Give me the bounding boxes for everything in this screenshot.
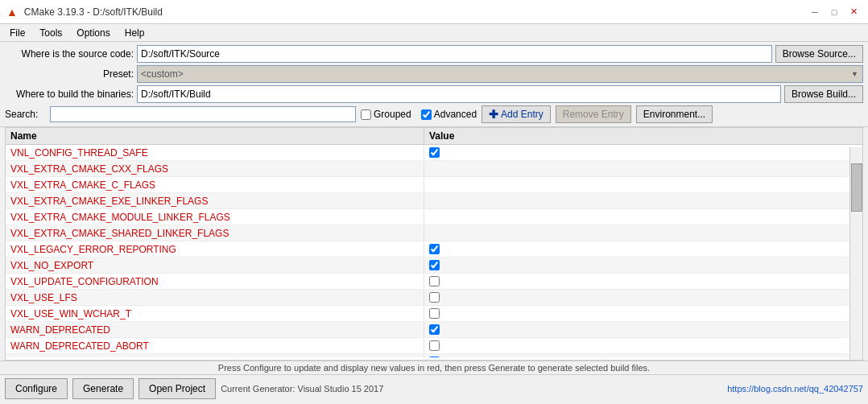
search-label: Search: [5, 109, 45, 120]
row-name[interactable]: VXL_EXTRA_CMAKE_C_FLAGS [6, 178, 424, 192]
scrollbar-thumb[interactable] [851, 163, 862, 212]
row-name[interactable]: VXL_UPDATE_CONFIGURATION [6, 274, 424, 289]
row-name[interactable]: WARN_DEPRECATED_ONCE [6, 355, 424, 358]
build-row: Where to build the binaries: Browse Buil… [5, 85, 863, 103]
menu-file[interactable]: File [3, 26, 31, 40]
row-checkbox[interactable] [429, 276, 440, 287]
add-entry-label: Add Entry [501, 109, 544, 120]
table-row: VXL_USE_LFS [6, 290, 862, 306]
row-checkbox[interactable] [429, 260, 440, 270]
table-row: VXL_NO_EXPORT [6, 258, 862, 274]
build-label: Where to build the binaries: [5, 89, 134, 100]
table-row: VXL_EXTRA_CMAKE_CXX_FLAGS [6, 161, 862, 177]
advanced-label: Advanced [434, 109, 477, 120]
row-checkbox[interactable] [429, 340, 440, 351]
row-name[interactable]: VXL_USE_WIN_WCHAR_T [6, 307, 424, 321]
row-name[interactable]: VXL_LEGACY_ERROR_REPORTING [6, 242, 424, 257]
table-row: VXL_UPDATE_CONFIGURATION [6, 274, 862, 290]
table-row: VXL_EXTRA_CMAKE_MODULE_LINKER_FLAGS [6, 209, 862, 225]
row-checkbox[interactable] [429, 357, 440, 357]
row-value [424, 242, 862, 256]
main-table-area: Name Value VNL_CONFIG_THREAD_SAFEVXL_EXT… [5, 127, 863, 361]
grouped-label: Grouped [374, 109, 411, 120]
advanced-checkbox[interactable] [421, 109, 432, 120]
maximize-button[interactable]: □ [826, 6, 842, 19]
row-value [424, 291, 862, 304]
window-title: CMake 3.19.3 - D:/soft/ITK/Build [24, 6, 800, 18]
row-name[interactable]: VXL_USE_LFS [6, 291, 424, 305]
source-row: Where is the source code: Browse Source.… [5, 45, 863, 63]
menu-tools[interactable]: Tools [33, 26, 68, 40]
col-value-header: Value [424, 128, 862, 144]
row-value [424, 274, 862, 288]
remove-entry-button[interactable]: Remove Entry [556, 105, 631, 123]
status-bar: Press Configure to update and display ne… [0, 361, 868, 374]
generator-text: Current Generator: Visual Studio 15 2017 [221, 384, 722, 394]
browse-source-button[interactable]: Browse Source... [775, 45, 863, 63]
row-value [424, 323, 862, 336]
row-name[interactable]: VNL_CONFIG_THREAD_SAFE [6, 146, 424, 160]
advanced-checkbox-label[interactable]: Advanced [421, 109, 477, 120]
row-checkbox[interactable] [429, 308, 440, 319]
window-controls: ─ □ ✕ [807, 6, 862, 19]
menu-help[interactable]: Help [118, 26, 151, 40]
table-row: VXL_EXTRA_CMAKE_C_FLAGS [6, 177, 862, 193]
search-input[interactable] [50, 106, 356, 122]
table-header: Name Value [6, 128, 862, 145]
table-row: WARN_DEPRECATED_ONCE [6, 354, 862, 357]
open-project-button[interactable]: Open Project [138, 378, 216, 399]
row-value [424, 200, 862, 203]
row-name[interactable]: VXL_EXTRA_CMAKE_MODULE_LINKER_FLAGS [6, 210, 424, 225]
table-row: VXL_EXTRA_CMAKE_EXE_LINKER_FLAGS [6, 193, 862, 209]
table-body: VNL_CONFIG_THREAD_SAFEVXL_EXTRA_CMAKE_CX… [6, 145, 862, 357]
app-icon: ▲ [6, 6, 18, 19]
menu-options[interactable]: Options [70, 26, 116, 40]
row-value [424, 167, 862, 171]
url-link[interactable]: https://blog.csdn.net/qq_42042757 [727, 384, 863, 394]
table-row: VXL_LEGACY_ERROR_REPORTING [6, 241, 862, 258]
menu-bar: File Tools Options Help [0, 24, 868, 42]
table-row: WARN_DEPRECATED [6, 322, 862, 338]
title-bar: ▲ CMake 3.19.3 - D:/soft/ITK/Build ─ □ ✕ [0, 0, 868, 24]
source-input[interactable] [137, 45, 772, 63]
preset-select-wrapper: <custom> [137, 65, 863, 83]
bottom-bar: Configure Generate Open Project Current … [0, 374, 868, 402]
close-button[interactable]: ✕ [845, 6, 862, 19]
row-value [424, 216, 862, 219]
row-name[interactable]: VXL_EXTRA_CMAKE_EXE_LINKER_FLAGS [6, 194, 424, 208]
row-checkbox[interactable] [429, 244, 440, 254]
toolbar: Where is the source code: Browse Source.… [0, 42, 868, 127]
row-name[interactable]: VXL_EXTRA_CMAKE_SHARED_LINKER_FLAGS [6, 226, 424, 241]
grouped-checkbox[interactable] [361, 109, 371, 120]
generate-button[interactable]: Generate [72, 378, 134, 399]
configure-button[interactable]: Configure [5, 378, 68, 399]
build-input[interactable] [137, 85, 781, 103]
row-name[interactable]: VXL_NO_EXPORT [6, 258, 424, 273]
preset-select[interactable]: <custom> [137, 65, 863, 83]
add-entry-button[interactable]: ✚ Add Entry [482, 105, 551, 123]
row-name[interactable]: WARN_DEPRECATED_ABORT [6, 339, 424, 353]
source-label: Where is the source code: [5, 48, 134, 60]
row-name[interactable]: WARN_DEPRECATED [6, 323, 424, 337]
row-name[interactable]: VXL_EXTRA_CMAKE_CXX_FLAGS [6, 162, 424, 176]
row-value [424, 355, 862, 357]
plus-icon: ✚ [489, 108, 498, 121]
row-value [424, 183, 862, 187]
environment-button[interactable]: Environment... [636, 105, 713, 123]
row-value [424, 232, 862, 235]
browse-build-button[interactable]: Browse Build... [784, 85, 863, 103]
row-checkbox[interactable] [429, 147, 440, 158]
scrollbar[interactable] [849, 147, 862, 360]
table-row: VNL_CONFIG_THREAD_SAFE [6, 145, 862, 161]
row-value [424, 146, 862, 159]
preset-label: Preset: [5, 68, 134, 80]
row-checkbox[interactable] [429, 324, 440, 335]
minimize-button[interactable]: ─ [807, 6, 823, 19]
status-message: Press Configure to update and display ne… [218, 363, 650, 373]
table-row: WARN_DEPRECATED_ABORT [6, 338, 862, 354]
checkbox-group: Grouped Advanced [361, 109, 477, 120]
col-name-header: Name [6, 128, 424, 144]
row-checkbox[interactable] [429, 292, 440, 303]
grouped-checkbox-label[interactable]: Grouped [361, 109, 411, 120]
row-value [424, 307, 862, 320]
